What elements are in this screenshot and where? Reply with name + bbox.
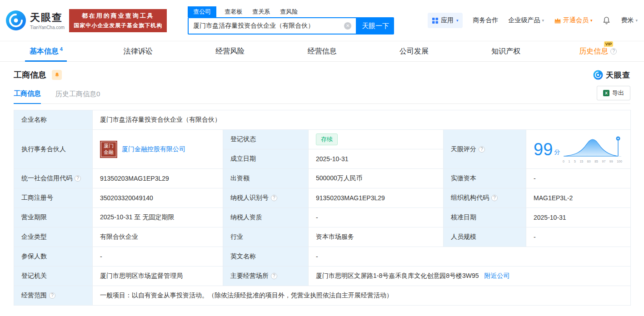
bell-glyph [602, 16, 611, 25]
field-uscc-value: 91350203MAG1EP3L29 [93, 169, 223, 188]
field-taxpayer-id-value: 91350203MAG1EP3L29 [309, 188, 444, 208]
subscribe-bell-icon[interactable] [52, 70, 62, 80]
search-tab-risk[interactable]: 查风险 [278, 6, 300, 17]
field-established-date-label: 成立日期 [223, 149, 309, 169]
search-button[interactable]: 天眼一下 [357, 17, 394, 35]
field-uscc-label: 统一社会信用代码? [14, 169, 93, 188]
clear-search-icon[interactable]: ✕ [344, 22, 351, 30]
field-business-term-label: 营业期限 [14, 208, 93, 227]
field-industry-label: 行业 [223, 227, 309, 247]
excel-icon [603, 90, 609, 96]
field-staff-size-label: 人员规模 [444, 227, 526, 247]
tab-intellectual-property[interactable]: 知识产权 [460, 41, 552, 61]
tab-basic-info-label: 基本信息 [30, 47, 59, 56]
apps-grid-icon [432, 18, 438, 24]
nearby-companies-link[interactable]: 附近公司 [484, 272, 509, 279]
search-area: 查公司 查老板 查关系 查风险 ✕ 天眼一下 [188, 6, 394, 35]
field-executive-partner-label: 执行事务合伙人 [14, 130, 93, 169]
field-business-term-value: 2025-10-31 至 无固定期限 [93, 208, 223, 227]
search-tab-relation[interactable]: 查关系 [250, 6, 272, 17]
help-icon[interactable]: ? [271, 195, 277, 201]
field-registration-authority-label: 登记机关 [14, 267, 93, 286]
field-registration-authority-value: 厦门市思明区市场监督管理局 [93, 267, 223, 286]
tab-operation-risk[interactable]: 经营风险 [184, 41, 276, 61]
crown-icon [554, 17, 561, 24]
watermark-text: 天眼查 [606, 70, 630, 80]
field-business-scope-value: 一般项目：以自有资金从事投资活动。（除依法须经批准的项目外，凭营业执照依法自主开… [93, 286, 631, 306]
tab-history-info[interactable]: 历史信息 VIP ? [552, 41, 644, 61]
help-icon[interactable]: ? [271, 273, 277, 279]
field-registration-status-label: 登记状态 [223, 130, 309, 149]
field-registration-no-label: 工商注册号 [14, 188, 93, 208]
username-label: 费米 [621, 16, 634, 25]
search-input[interactable] [193, 22, 344, 30]
partner-logo-text: 金融 [104, 149, 114, 156]
menu-cooperation[interactable]: 商务合作 [473, 16, 498, 25]
tab-basic-info[interactable]: 基本信息 4 [0, 41, 92, 61]
chevron-down-icon: ▾ [456, 18, 459, 23]
field-company-type-label: 企业类型 [14, 227, 93, 247]
tab-label: 知识产权 [491, 47, 520, 56]
banner-line-2: 国家中小企业发展子基金旗下机构 [74, 22, 162, 30]
tab-legal-proceedings[interactable]: 法律诉讼 [92, 41, 184, 61]
subtab-history-business-info[interactable]: 历史工商信息0 [55, 90, 100, 104]
field-taxpayer-quality-label: 纳税人资质 [223, 208, 309, 227]
help-icon[interactable]: ? [49, 292, 55, 299]
field-english-name-label: 英文名称 [223, 247, 309, 267]
banner-line-1: 都在用的商业查询工具 [74, 12, 162, 20]
address-text: 厦门市思明区文屏路1-8号嘉禾良库文化创意园8号楼3W95 [316, 272, 479, 279]
help-icon[interactable]: ? [75, 175, 81, 182]
export-label: 导出 [612, 89, 624, 97]
field-registration-no-value: 350203320049140 [93, 188, 223, 208]
notification-bell-icon[interactable] [602, 16, 611, 25]
business-info-table: 企业名称 厦门市盘活存量投资合伙企业（有限合伙） 执行事务合伙人 厦门 金融 厦… [14, 110, 631, 306]
tab-company-development[interactable]: 公司发展 [368, 41, 460, 61]
table-row: 执行事务合伙人 厦门 金融 厦门金融控股有限公司 登记状态 存续 [14, 130, 631, 149]
field-score-label: 天眼评分 ? [444, 130, 526, 169]
field-taxpayer-id-label: 纳税人识别号? [223, 188, 309, 208]
score-label-text: 天眼评分 [451, 145, 476, 153]
table-row: 工商注册号 350203320049140 纳税人识别号? 91350203MA… [14, 188, 631, 208]
tianyancha-watermark: 天眼查 [593, 70, 630, 80]
status-badge: 存续 [316, 133, 338, 145]
address-label-text: 主要经营场所 [230, 272, 269, 280]
field-insured-count-label: 参保人数 [14, 247, 93, 267]
section-title: 工商信息 [14, 69, 46, 80]
tab-label: 经营信息 [307, 47, 336, 56]
table-row: 企业名称 厦门市盘活存量投资合伙企业（有限合伙） [14, 110, 631, 130]
apps-menu[interactable]: 应用 ▾ [428, 13, 463, 28]
help-icon[interactable]: ? [479, 146, 485, 153]
field-paidin-capital-label: 实缴资本 [444, 169, 526, 188]
chevron-down-icon: ▾ [635, 18, 638, 23]
field-english-name-value: - [309, 247, 631, 267]
open-vip-label: 开通会员 [563, 16, 589, 25]
chevron-down-icon: ▾ [542, 18, 544, 23]
subtab-business-info[interactable]: 工商信息 [14, 89, 41, 104]
field-company-name-value: 厦门市盘活存量投资合伙企业（有限合伙） [93, 110, 631, 130]
score-unit: 分 [554, 148, 560, 156]
partner-company-logo: 厦门 金融 [100, 141, 117, 158]
help-icon[interactable]: ? [491, 195, 498, 201]
tianyancha-logo-icon [5, 10, 26, 31]
search-tab-company[interactable]: 查公司 [188, 6, 216, 17]
tab-operation-info[interactable]: 经营信息 [276, 41, 368, 61]
user-menu[interactable]: 费米 ▾ [621, 16, 638, 25]
tianyancha-company-page: 天眼查 TianYanCha.com 都在用的商业查询工具 国家中小企业发展子基… [0, 0, 644, 316]
bell-glyph [54, 72, 60, 78]
table-row: 企业类型 有限合伙企业 行业 资本市场服务 人员规模 - [14, 227, 631, 247]
search-tab-boss[interactable]: 查老板 [223, 6, 244, 17]
tianyancha-logo[interactable]: 天眼查 TianYanCha.com [5, 10, 65, 31]
field-org-code-value: MAG1EP3L-2 [526, 188, 631, 208]
table-row: 营业期限 2025-10-31 至 无固定期限 纳税人资质 - 核准日期 202… [14, 208, 631, 227]
help-icon[interactable]: ? [610, 48, 617, 54]
field-company-type-value: 有限合伙企业 [93, 227, 223, 247]
field-business-scope-label: 经营范围? [14, 286, 93, 306]
section-header: 工商信息 天眼查 [0, 62, 644, 84]
cooperation-label: 商务合作 [473, 16, 498, 25]
partner-company-link[interactable]: 厦门金融控股有限公司 [122, 145, 185, 153]
export-button[interactable]: 导出 [597, 86, 630, 100]
tab-label: 公司发展 [399, 47, 429, 56]
field-established-date-value: 2025-10-31 [309, 149, 444, 169]
menu-open-vip[interactable]: 开通会员 ▾ [554, 16, 593, 25]
menu-enterprise-products[interactable]: 企业级产品 ▾ [508, 16, 544, 25]
